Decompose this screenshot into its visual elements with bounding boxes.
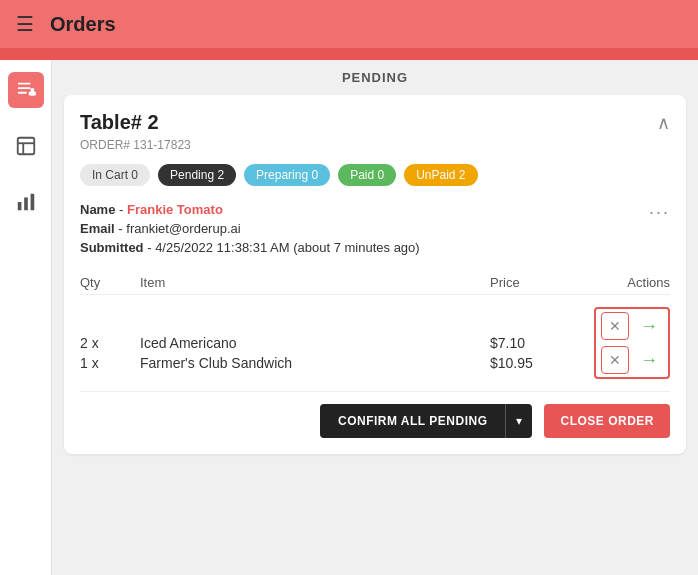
- row0-actions: ✕ →: [601, 312, 663, 340]
- svg-rect-2: [17, 92, 26, 94]
- main-content: PENDING Table# 2 ∧ ORDER# 131-17823 In C…: [52, 60, 698, 575]
- layout: PENDING Table# 2 ∧ ORDER# 131-17823 In C…: [0, 60, 698, 575]
- submitted-label: Submitted: [80, 240, 144, 255]
- close-order-button[interactable]: CLOSE ORDER: [544, 404, 670, 438]
- collapse-icon[interactable]: ∧: [657, 112, 670, 134]
- submitted-value: 4/25/2022 11:38:31 AM (about 7 minutes a…: [155, 240, 420, 255]
- delete-button-0[interactable]: ✕: [601, 312, 629, 340]
- col-price: Price: [490, 275, 570, 290]
- badge-incart[interactable]: In Cart 0: [80, 164, 150, 186]
- col-item: Item: [140, 275, 490, 290]
- item-actions-0: ✕ → ✕ →: [570, 307, 670, 379]
- order-card: Table# 2 ∧ ORDER# 131-17823 In Cart 0 Pe…: [64, 95, 686, 454]
- order-items-table: Qty Item Price Actions 2 x Iced American…: [80, 271, 670, 379]
- confirm-all-button[interactable]: CONFIRM ALL PENDING: [320, 404, 506, 438]
- app-title: Orders: [50, 13, 116, 36]
- col-qty: Qty: [80, 275, 140, 290]
- section-label: PENDING: [52, 60, 698, 95]
- svg-rect-0: [17, 83, 30, 85]
- badge-paid[interactable]: Paid 0: [338, 164, 396, 186]
- customer-name: Frankie Tomato: [127, 202, 223, 217]
- card-footer: CONFIRM ALL PENDING ▾ CLOSE ORDER: [80, 404, 670, 438]
- status-badges: In Cart 0 Pending 2 Preparing 0 Paid 0 U…: [80, 164, 670, 186]
- sidebar-item-analytics[interactable]: [8, 184, 44, 220]
- svg-rect-9: [24, 197, 28, 210]
- row1-actions: ✕ →: [601, 346, 663, 374]
- badge-unpaid[interactable]: UnPaid 2: [404, 164, 477, 186]
- svg-rect-8: [17, 202, 21, 210]
- submitted-row: Submitted - 4/25/2022 11:38:31 AM (about…: [80, 240, 420, 255]
- sidebar-item-orders[interactable]: [8, 72, 44, 108]
- sidebar-item-menu[interactable]: [8, 128, 44, 164]
- more-options-icon[interactable]: ···: [649, 202, 670, 223]
- item-qty-0: 2 x: [80, 335, 140, 351]
- item-name-0: Iced Americano: [140, 335, 490, 351]
- item-price-0: $7.10: [490, 335, 570, 351]
- customer-info-row: Name - Frankie Tomato Email - frankiet@o…: [80, 202, 670, 259]
- order-number: ORDER# 131-17823: [80, 138, 670, 152]
- badge-preparing[interactable]: Preparing 0: [244, 164, 330, 186]
- email-label: Email: [80, 221, 115, 236]
- svg-rect-1: [17, 87, 30, 89]
- card-header: Table# 2 ∧: [80, 111, 670, 134]
- sidebar: [0, 60, 52, 575]
- divider: [80, 391, 670, 392]
- table-header: Qty Item Price Actions: [80, 271, 670, 295]
- menu-icon[interactable]: ☰: [16, 12, 34, 36]
- customer-email-row: Email - frankiet@orderup.ai: [80, 221, 420, 236]
- badge-pending[interactable]: Pending 2: [158, 164, 236, 186]
- confirm-dropdown-button[interactable]: ▾: [505, 404, 532, 438]
- item-qty-1: 1 x: [80, 355, 140, 371]
- arrow-button-0[interactable]: →: [635, 312, 663, 340]
- svg-rect-5: [17, 138, 34, 155]
- accent-bar: [0, 48, 698, 60]
- table-title: Table# 2: [80, 111, 159, 134]
- customer-email: frankiet@orderup.ai: [126, 221, 240, 236]
- customer-name-row: Name - Frankie Tomato: [80, 202, 420, 217]
- item-name-1: Farmer's Club Sandwich: [140, 355, 490, 371]
- app-header: ☰ Orders: [0, 0, 698, 48]
- actions-highlight: ✕ → ✕ →: [594, 307, 670, 379]
- confirm-button-group: CONFIRM ALL PENDING ▾: [320, 404, 533, 438]
- svg-rect-10: [30, 194, 34, 211]
- svg-rect-4: [28, 92, 35, 96]
- name-label: Name: [80, 202, 115, 217]
- customer-details: Name - Frankie Tomato Email - frankiet@o…: [80, 202, 420, 259]
- arrow-button-1[interactable]: →: [635, 346, 663, 374]
- item-price-1: $10.95: [490, 355, 570, 371]
- delete-button-1[interactable]: ✕: [601, 346, 629, 374]
- col-actions: Actions: [570, 275, 670, 290]
